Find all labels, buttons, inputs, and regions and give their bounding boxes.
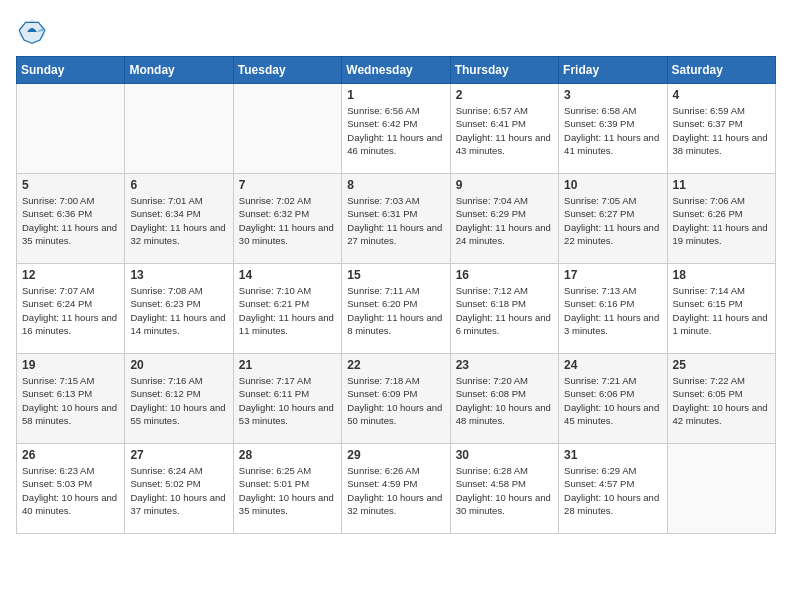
day-info: Sunrise: 6:23 AM Sunset: 5:03 PM Dayligh…: [22, 464, 119, 517]
calendar-cell: 8Sunrise: 7:03 AM Sunset: 6:31 PM Daylig…: [342, 174, 450, 264]
day-number: 13: [130, 268, 227, 282]
day-info: Sunrise: 7:08 AM Sunset: 6:23 PM Dayligh…: [130, 284, 227, 337]
calendar-cell: 13Sunrise: 7:08 AM Sunset: 6:23 PM Dayli…: [125, 264, 233, 354]
calendar-table: SundayMondayTuesdayWednesdayThursdayFrid…: [16, 56, 776, 534]
day-number: 10: [564, 178, 661, 192]
day-info: Sunrise: 6:56 AM Sunset: 6:42 PM Dayligh…: [347, 104, 444, 157]
calendar-week-5: 26Sunrise: 6:23 AM Sunset: 5:03 PM Dayli…: [17, 444, 776, 534]
calendar-header-tuesday: Tuesday: [233, 57, 341, 84]
day-info: Sunrise: 6:28 AM Sunset: 4:58 PM Dayligh…: [456, 464, 553, 517]
day-number: 19: [22, 358, 119, 372]
page-header: [16, 16, 776, 48]
day-info: Sunrise: 6:25 AM Sunset: 5:01 PM Dayligh…: [239, 464, 336, 517]
calendar-cell: 19Sunrise: 7:15 AM Sunset: 6:13 PM Dayli…: [17, 354, 125, 444]
calendar-cell: 7Sunrise: 7:02 AM Sunset: 6:32 PM Daylig…: [233, 174, 341, 264]
day-info: Sunrise: 7:21 AM Sunset: 6:06 PM Dayligh…: [564, 374, 661, 427]
day-number: 22: [347, 358, 444, 372]
day-number: 23: [456, 358, 553, 372]
calendar-cell: 15Sunrise: 7:11 AM Sunset: 6:20 PM Dayli…: [342, 264, 450, 354]
calendar-cell: 31Sunrise: 6:29 AM Sunset: 4:57 PM Dayli…: [559, 444, 667, 534]
calendar-header-sunday: Sunday: [17, 57, 125, 84]
day-info: Sunrise: 7:17 AM Sunset: 6:11 PM Dayligh…: [239, 374, 336, 427]
day-number: 26: [22, 448, 119, 462]
calendar-cell: 5Sunrise: 7:00 AM Sunset: 6:36 PM Daylig…: [17, 174, 125, 264]
day-number: 27: [130, 448, 227, 462]
day-number: 8: [347, 178, 444, 192]
calendar-cell: 17Sunrise: 7:13 AM Sunset: 6:16 PM Dayli…: [559, 264, 667, 354]
day-number: 3: [564, 88, 661, 102]
calendar-cell: 21Sunrise: 7:17 AM Sunset: 6:11 PM Dayli…: [233, 354, 341, 444]
day-number: 28: [239, 448, 336, 462]
day-info: Sunrise: 6:29 AM Sunset: 4:57 PM Dayligh…: [564, 464, 661, 517]
calendar-week-4: 19Sunrise: 7:15 AM Sunset: 6:13 PM Dayli…: [17, 354, 776, 444]
day-info: Sunrise: 7:02 AM Sunset: 6:32 PM Dayligh…: [239, 194, 336, 247]
day-info: Sunrise: 7:03 AM Sunset: 6:31 PM Dayligh…: [347, 194, 444, 247]
calendar-cell: 12Sunrise: 7:07 AM Sunset: 6:24 PM Dayli…: [17, 264, 125, 354]
calendar-cell: 26Sunrise: 6:23 AM Sunset: 5:03 PM Dayli…: [17, 444, 125, 534]
calendar-cell: 18Sunrise: 7:14 AM Sunset: 6:15 PM Dayli…: [667, 264, 775, 354]
day-number: 31: [564, 448, 661, 462]
calendar-header-thursday: Thursday: [450, 57, 558, 84]
day-number: 14: [239, 268, 336, 282]
day-info: Sunrise: 7:05 AM Sunset: 6:27 PM Dayligh…: [564, 194, 661, 247]
day-number: 18: [673, 268, 770, 282]
day-number: 11: [673, 178, 770, 192]
day-number: 24: [564, 358, 661, 372]
calendar-cell: 4Sunrise: 6:59 AM Sunset: 6:37 PM Daylig…: [667, 84, 775, 174]
calendar-cell: 23Sunrise: 7:20 AM Sunset: 6:08 PM Dayli…: [450, 354, 558, 444]
calendar-cell: 16Sunrise: 7:12 AM Sunset: 6:18 PM Dayli…: [450, 264, 558, 354]
calendar-cell: 24Sunrise: 7:21 AM Sunset: 6:06 PM Dayli…: [559, 354, 667, 444]
day-number: 21: [239, 358, 336, 372]
day-number: 29: [347, 448, 444, 462]
day-number: 20: [130, 358, 227, 372]
calendar-cell: [17, 84, 125, 174]
calendar-cell: 3Sunrise: 6:58 AM Sunset: 6:39 PM Daylig…: [559, 84, 667, 174]
calendar-header-monday: Monday: [125, 57, 233, 84]
calendar-cell: 1Sunrise: 6:56 AM Sunset: 6:42 PM Daylig…: [342, 84, 450, 174]
calendar-cell: 14Sunrise: 7:10 AM Sunset: 6:21 PM Dayli…: [233, 264, 341, 354]
day-number: 12: [22, 268, 119, 282]
calendar-cell: 9Sunrise: 7:04 AM Sunset: 6:29 PM Daylig…: [450, 174, 558, 264]
calendar-week-3: 12Sunrise: 7:07 AM Sunset: 6:24 PM Dayli…: [17, 264, 776, 354]
day-number: 25: [673, 358, 770, 372]
logo-icon: [16, 16, 48, 48]
calendar-cell: 11Sunrise: 7:06 AM Sunset: 6:26 PM Dayli…: [667, 174, 775, 264]
day-number: 30: [456, 448, 553, 462]
day-info: Sunrise: 7:13 AM Sunset: 6:16 PM Dayligh…: [564, 284, 661, 337]
calendar-cell: [125, 84, 233, 174]
calendar-cell: 22Sunrise: 7:18 AM Sunset: 6:09 PM Dayli…: [342, 354, 450, 444]
calendar-header-wednesday: Wednesday: [342, 57, 450, 84]
day-info: Sunrise: 6:24 AM Sunset: 5:02 PM Dayligh…: [130, 464, 227, 517]
calendar-header-friday: Friday: [559, 57, 667, 84]
day-info: Sunrise: 7:18 AM Sunset: 6:09 PM Dayligh…: [347, 374, 444, 427]
day-info: Sunrise: 7:10 AM Sunset: 6:21 PM Dayligh…: [239, 284, 336, 337]
logo: [16, 16, 52, 48]
day-info: Sunrise: 7:15 AM Sunset: 6:13 PM Dayligh…: [22, 374, 119, 427]
day-info: Sunrise: 7:04 AM Sunset: 6:29 PM Dayligh…: [456, 194, 553, 247]
day-number: 16: [456, 268, 553, 282]
calendar-cell: 6Sunrise: 7:01 AM Sunset: 6:34 PM Daylig…: [125, 174, 233, 264]
day-info: Sunrise: 7:07 AM Sunset: 6:24 PM Dayligh…: [22, 284, 119, 337]
day-number: 17: [564, 268, 661, 282]
calendar-cell: 27Sunrise: 6:24 AM Sunset: 5:02 PM Dayli…: [125, 444, 233, 534]
day-info: Sunrise: 7:00 AM Sunset: 6:36 PM Dayligh…: [22, 194, 119, 247]
day-info: Sunrise: 7:06 AM Sunset: 6:26 PM Dayligh…: [673, 194, 770, 247]
calendar-cell: 30Sunrise: 6:28 AM Sunset: 4:58 PM Dayli…: [450, 444, 558, 534]
calendar-cell: 10Sunrise: 7:05 AM Sunset: 6:27 PM Dayli…: [559, 174, 667, 264]
day-info: Sunrise: 7:22 AM Sunset: 6:05 PM Dayligh…: [673, 374, 770, 427]
day-number: 4: [673, 88, 770, 102]
day-info: Sunrise: 7:14 AM Sunset: 6:15 PM Dayligh…: [673, 284, 770, 337]
day-info: Sunrise: 6:57 AM Sunset: 6:41 PM Dayligh…: [456, 104, 553, 157]
calendar-header-row: SundayMondayTuesdayWednesdayThursdayFrid…: [17, 57, 776, 84]
day-number: 15: [347, 268, 444, 282]
day-number: 7: [239, 178, 336, 192]
day-info: Sunrise: 7:20 AM Sunset: 6:08 PM Dayligh…: [456, 374, 553, 427]
day-info: Sunrise: 7:16 AM Sunset: 6:12 PM Dayligh…: [130, 374, 227, 427]
day-info: Sunrise: 7:11 AM Sunset: 6:20 PM Dayligh…: [347, 284, 444, 337]
day-number: 6: [130, 178, 227, 192]
calendar-cell: 28Sunrise: 6:25 AM Sunset: 5:01 PM Dayli…: [233, 444, 341, 534]
day-info: Sunrise: 7:12 AM Sunset: 6:18 PM Dayligh…: [456, 284, 553, 337]
day-number: 5: [22, 178, 119, 192]
calendar-cell: 20Sunrise: 7:16 AM Sunset: 6:12 PM Dayli…: [125, 354, 233, 444]
calendar-cell: 2Sunrise: 6:57 AM Sunset: 6:41 PM Daylig…: [450, 84, 558, 174]
